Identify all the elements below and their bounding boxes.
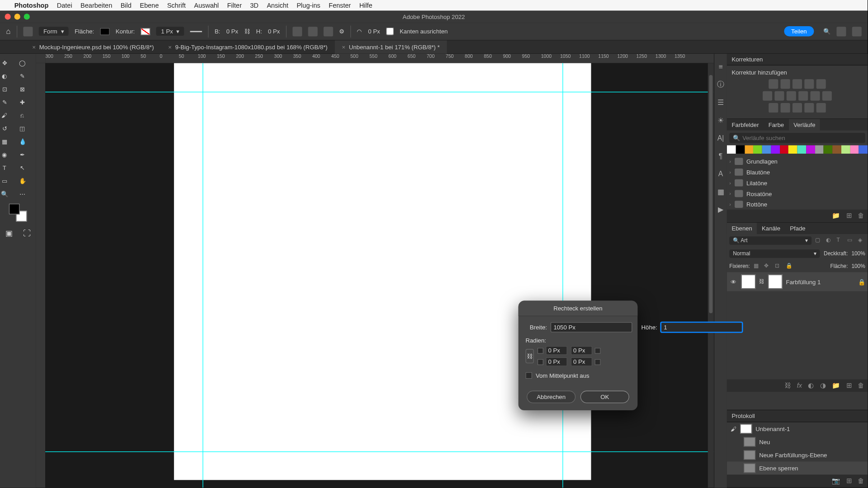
ok-button[interactable]: OK — [580, 391, 629, 404]
new-layer-icon[interactable]: ⊞ — [846, 382, 852, 389]
opacity-value[interactable]: 100% — [851, 251, 865, 257]
history-step[interactable]: Ebene sperren — [727, 461, 868, 474]
tab-kanale[interactable]: Kanäle — [757, 223, 785, 234]
gradient-strip[interactable] — [727, 145, 868, 154]
gradient-folder[interactable]: ›Blautöne — [727, 167, 868, 178]
gradient-search[interactable]: 🔍 — [729, 133, 865, 143]
new-item-icon[interactable]: ⊞ — [846, 212, 852, 220]
paragraph-panel-icon[interactable]: ¶ — [716, 151, 726, 161]
lock-position-icon[interactable]: ✥ — [764, 263, 771, 270]
type-panel-icon[interactable]: A| — [716, 133, 726, 143]
adj-icon[interactable] — [804, 103, 814, 113]
fill-value[interactable]: 100% — [851, 263, 865, 269]
learn-panel-icon[interactable]: ≡ — [716, 62, 726, 71]
tab-verlaufe[interactable]: Verläufe — [789, 119, 820, 131]
tab-farbe[interactable]: Farbe — [764, 119, 789, 131]
cancel-button[interactable]: Abbrechen — [527, 391, 576, 404]
gradient-search-input[interactable] — [742, 135, 862, 141]
workspace-icon[interactable] — [836, 27, 846, 36]
foreground-color-icon[interactable] — [9, 204, 20, 215]
gradient-folder[interactable]: ›Rottöne — [727, 199, 868, 210]
export-icon[interactable] — [852, 27, 862, 36]
new-snapshot-icon[interactable]: ⊞ — [846, 477, 852, 485]
align-icon[interactable] — [308, 27, 317, 36]
filter-smart-icon[interactable]: ◈ — [858, 237, 865, 244]
history-snapshot[interactable]: 🖌Unbenannt-1 — [727, 422, 868, 435]
marquee-tool-icon[interactable]: ◯ — [18, 56, 27, 69]
adj-icon[interactable] — [810, 91, 820, 101]
adjustments-panel-icon[interactable]: ☀ — [716, 116, 726, 125]
frame-tool-icon[interactable]: ⊠ — [18, 82, 27, 95]
ruler-origin[interactable] — [36, 54, 45, 63]
adj-icon[interactable] — [816, 103, 826, 113]
gradient-folder[interactable]: ›Lilatöne — [727, 178, 868, 188]
guide-horizontal[interactable] — [45, 451, 714, 452]
adj-icon[interactable] — [787, 91, 796, 101]
crop-tool-icon[interactable]: ⊡ — [0, 82, 9, 95]
adj-icon[interactable] — [774, 91, 784, 101]
rectangle-tool-icon[interactable]: ▭ — [0, 174, 9, 187]
from-center-checkbox[interactable]: Vom Mittelpunkt aus — [525, 372, 630, 379]
tab-farbfelder[interactable]: Farbfelder — [727, 119, 764, 131]
panel-title[interactable]: Korrekturen — [727, 54, 868, 66]
menu-auswahl[interactable]: Auswahl — [194, 2, 219, 9]
folder-new-icon[interactable]: 📁 — [832, 212, 840, 220]
guide-horizontal[interactable] — [45, 92, 714, 92]
home-icon[interactable]: ⌂ — [6, 27, 10, 36]
blur-tool-icon[interactable]: 💧 — [18, 135, 27, 148]
lock-artboard-icon[interactable]: ⊡ — [775, 263, 782, 270]
tab-pfade[interactable]: Pfade — [785, 223, 811, 234]
stroke-width-input[interactable]: 1 Px▾ — [156, 27, 184, 36]
filter-shape-icon[interactable]: ▭ — [847, 237, 854, 244]
adj-icon[interactable] — [763, 91, 772, 101]
width-value[interactable]: 0 Px — [226, 28, 238, 34]
filter-img-icon[interactable]: ▢ — [815, 237, 822, 244]
path-select-icon[interactable]: ↖ — [18, 161, 27, 174]
fg-bg-color[interactable] — [9, 204, 27, 222]
libraries-panel-icon[interactable]: ▦ — [716, 187, 726, 197]
adj-icon[interactable] — [822, 91, 832, 101]
mask-icon[interactable]: ◐ — [808, 382, 814, 389]
ruler-vertical[interactable] — [36, 63, 45, 488]
gradient-tool-icon[interactable]: ▦ — [0, 135, 9, 148]
doc-tab[interactable]: ×Mockup-Ingenieure.psd bei 100% (RGB/8*) — [25, 41, 161, 54]
menu-filter[interactable]: Filter — [227, 2, 242, 9]
panel-title[interactable]: Protokoll — [727, 410, 868, 422]
height-value[interactable]: 0 Px — [268, 28, 280, 34]
path-ops-icon[interactable] — [292, 27, 302, 36]
ruler-horizontal[interactable]: 3002502001501005005010015020025030035040… — [45, 54, 714, 63]
menu-bild[interactable]: Bild — [121, 2, 132, 9]
menu-fenster[interactable]: Fenster — [329, 2, 351, 9]
type-tool-icon[interactable]: T — [0, 161, 9, 174]
radius-tl-input[interactable] — [546, 346, 567, 355]
close-icon[interactable] — [5, 14, 11, 19]
adjustment-layer-icon[interactable]: ◑ — [820, 382, 826, 389]
zoom-tool-icon[interactable]: 🔍 — [0, 187, 9, 200]
guide-vertical[interactable] — [203, 63, 203, 488]
menu-hilfe[interactable]: Hilfe — [359, 2, 373, 9]
stamp-tool-icon[interactable]: ⎌ — [18, 108, 27, 122]
adj-icon[interactable] — [798, 91, 808, 101]
scrollbar-vertical[interactable] — [708, 63, 714, 488]
filter-adj-icon[interactable]: ◐ — [826, 237, 833, 244]
guide-vertical[interactable] — [562, 63, 563, 488]
lock-all-icon[interactable]: 🔒 — [786, 263, 793, 270]
menu-plugins[interactable]: Plug-ins — [297, 2, 320, 9]
adj-icon[interactable] — [769, 79, 778, 89]
link-radii-icon[interactable]: ⛓ — [525, 349, 533, 363]
adj-icon[interactable] — [781, 103, 790, 113]
brush-tool-icon[interactable]: 🖌 — [0, 108, 9, 122]
trash-icon[interactable]: 🗑 — [858, 212, 864, 220]
more-tools-icon[interactable]: ⋯ — [18, 187, 27, 200]
layer-thumb[interactable] — [741, 275, 756, 289]
menu-datei[interactable]: Datei — [57, 2, 72, 9]
adj-icon[interactable] — [793, 79, 802, 89]
adj-icon[interactable] — [804, 79, 814, 89]
link-layers-icon[interactable]: ⛓ — [784, 382, 791, 389]
glyphs-panel-icon[interactable]: A — [716, 169, 726, 178]
history-brush-icon[interactable]: ↺ — [0, 122, 9, 135]
menu-ansicht[interactable]: Ansicht — [267, 2, 288, 9]
gear-icon[interactable]: ⚙ — [339, 28, 344, 34]
quickmask-icon[interactable]: ▣ — [0, 226, 18, 239]
radius-bl-input[interactable] — [546, 357, 567, 366]
